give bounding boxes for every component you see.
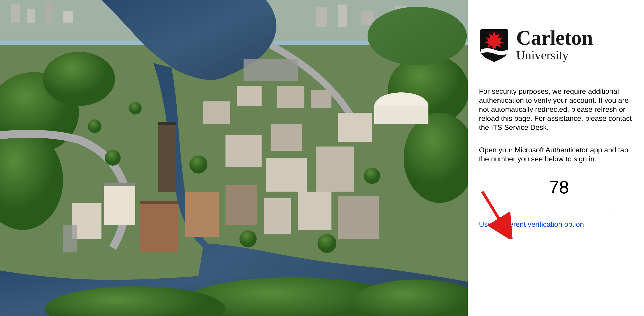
svg-rect-38 — [237, 86, 262, 106]
svg-rect-37 — [203, 101, 230, 124]
svg-rect-4 — [27, 9, 35, 22]
loading-dots: . . . — [613, 210, 630, 217]
hero-image-panel — [0, 0, 468, 316]
svg-rect-23 — [104, 183, 135, 186]
svg-point-46 — [190, 156, 208, 174]
svg-rect-27 — [185, 192, 219, 237]
svg-rect-28 — [226, 135, 262, 167]
security-message: For security purposes, we require additi… — [479, 87, 639, 132]
svg-rect-44 — [63, 225, 77, 253]
svg-rect-7 — [316, 7, 327, 27]
logo-sub-text: University — [516, 49, 592, 61]
svg-rect-39 — [277, 86, 304, 108]
svg-point-51 — [129, 102, 142, 114]
svg-rect-43 — [244, 59, 298, 81]
campus-aerial-photo — [0, 0, 468, 316]
svg-point-19 — [368, 7, 467, 65]
svg-point-49 — [364, 168, 380, 184]
svg-rect-42 — [374, 106, 428, 124]
svg-rect-26 — [140, 201, 178, 204]
carleton-wordmark: Carleton University — [516, 28, 592, 61]
svg-rect-40 — [311, 90, 332, 108]
svg-point-48 — [318, 234, 336, 253]
svg-rect-9 — [361, 11, 374, 25]
svg-point-50 — [88, 119, 102, 133]
different-verification-link[interactable]: Use a different verification option — [479, 220, 584, 228]
svg-rect-29 — [270, 124, 302, 151]
svg-rect-30 — [266, 158, 307, 192]
svg-rect-31 — [316, 146, 354, 192]
mfa-number-display: 78 — [479, 177, 639, 198]
authenticator-instruction: Open your Microsoft Authenticator app an… — [479, 145, 639, 163]
svg-rect-36 — [338, 196, 379, 239]
svg-rect-35 — [298, 192, 332, 230]
svg-rect-6 — [63, 11, 73, 22]
svg-rect-8 — [338, 4, 347, 27]
auth-panel: Carleton University For security purpose… — [468, 0, 644, 316]
logo-main-text: Carleton — [516, 28, 592, 47]
logo-block: Carleton University — [479, 27, 633, 62]
svg-rect-34 — [264, 198, 291, 234]
svg-rect-21 — [158, 122, 176, 125]
svg-point-13 — [43, 52, 115, 106]
auth-content: For security purposes, we require additi… — [479, 87, 639, 229]
svg-rect-25 — [140, 203, 178, 253]
svg-rect-5 — [45, 2, 52, 25]
svg-rect-3 — [11, 4, 20, 22]
carleton-shield-logo — [479, 27, 510, 62]
svg-rect-22 — [104, 185, 135, 225]
svg-point-47 — [240, 230, 256, 248]
svg-rect-20 — [158, 124, 176, 192]
svg-rect-33 — [226, 185, 257, 225]
svg-point-45 — [105, 150, 121, 166]
svg-rect-32 — [338, 113, 372, 142]
